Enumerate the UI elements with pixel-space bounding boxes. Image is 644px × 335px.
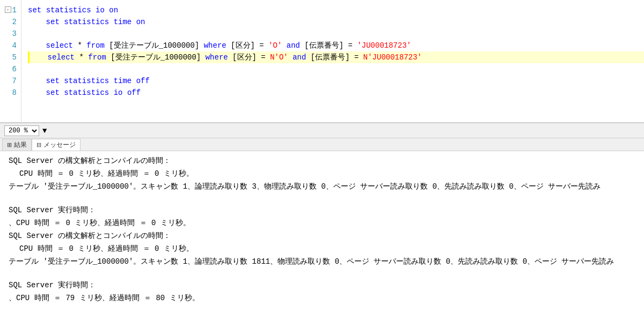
zoom-select[interactable]: 200 % 100 % 150 %: [4, 125, 39, 136]
result-line: 、CPU 時間 ＝ 79 ミリ秒、経過時間 ＝ 80 ミリ秒。: [9, 292, 635, 304]
result-line: SQL Server 実行時間：: [9, 204, 635, 217]
code-line-1: set statistics io on: [28, 4, 644, 16]
collapse-button[interactable]: -: [5, 6, 11, 13]
line-number-4: 4: [0, 40, 21, 51]
code-line-6: [28, 63, 644, 75]
code-line-8: set statistics io off: [28, 87, 644, 99]
result-line: SQL Server の構文解析とコンパイルの時間：: [9, 229, 635, 242]
result-line: SQL Server 実行時間：: [9, 279, 635, 292]
result-line: CPU 時間 ＝ 0 ミリ秒、経過時間 ＝ 0 ミリ秒。: [9, 242, 635, 255]
code-line-2: set statistics time on: [28, 16, 644, 28]
line-number-1: -1: [0, 4, 21, 16]
code-lines[interactable]: set statistics io on set statistics time…: [21, 0, 644, 122]
line-numbers: -12345678: [0, 0, 21, 122]
line-number-2: 2: [0, 16, 21, 28]
results-icon: ⊞: [7, 142, 12, 148]
status-bar: 200 % 100 % 150 % ▼: [0, 123, 644, 138]
code-editor: -12345678 set statistics io on set stati…: [0, 0, 644, 123]
line-number-5: 5: [0, 51, 21, 63]
code-line-5: select * from [受注テーブル_1000000] where [区分…: [28, 51, 644, 63]
tab-messages[interactable]: ⊟ メッセージ: [32, 139, 80, 151]
tab-messages-label: メッセージ: [43, 140, 76, 150]
tab-bar: ⊞ 結果 ⊟ メッセージ: [0, 138, 644, 151]
result-line: テーブル '受注テーブル_1000000'。スキャン数 1、論理読み取り数 18…: [9, 255, 635, 268]
line-number-3: 3: [0, 28, 21, 40]
zoom-minus-button[interactable]: ▼: [42, 126, 47, 135]
code-line-7: set statistics time off: [28, 75, 644, 87]
result-line: SQL Server の構文解析とコンパイルの時間：: [9, 154, 635, 167]
line-number-7: 7: [0, 75, 21, 87]
result-line: [9, 268, 635, 279]
result-line: 、CPU 時間 ＝ 0 ミリ秒、経過時間 ＝ 0 ミリ秒。: [9, 217, 635, 229]
line-number-8: 8: [0, 87, 21, 99]
code-line-3: [28, 28, 644, 40]
results-area[interactable]: SQL Server の構文解析とコンパイルの時間：CPU 時間 ＝ 0 ミリ秒…: [0, 151, 644, 335]
result-line: CPU 時間 ＝ 0 ミリ秒、経過時間 ＝ 0 ミリ秒。: [9, 167, 635, 180]
result-line: [9, 193, 635, 204]
line-number-6: 6: [0, 63, 21, 75]
result-line: テーブル '受注テーブル_1000000'。スキャン数 1、論理読み取り数 3、…: [9, 180, 635, 193]
code-line-4: select * from [受注テーブル_1000000] where [区分…: [28, 40, 644, 51]
tab-results-label: 結果: [14, 140, 27, 150]
tab-results[interactable]: ⊞ 結果: [2, 139, 32, 151]
messages-icon: ⊟: [36, 142, 41, 148]
